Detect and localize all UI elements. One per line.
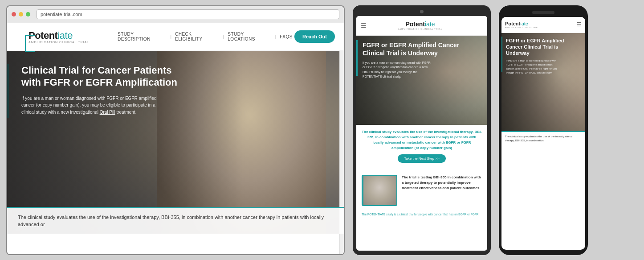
- phone-hero-description: If you are a man or woman diagnosed with…: [506, 59, 559, 75]
- phone-hero-title: FGFR or EGFR Amplified Cancer Clinical T…: [506, 37, 582, 57]
- nav-study-description[interactable]: STUDY DESCRIPTION: [116, 32, 168, 41]
- logo-iate: iate: [57, 30, 72, 41]
- tablet-logo-ent: iate: [425, 21, 435, 28]
- tablet-logo-pot: Potent: [405, 21, 425, 28]
- site-logo: Potentiate AMPLIFICATION CLINICAL TRIAL: [29, 30, 89, 44]
- tablet-hero: FGFR or EGFR Amplified Cancer Clinical T…: [356, 36, 487, 125]
- phone-logo-text: Potentiate: [505, 21, 528, 26]
- browser-content: Potentiate AMPLIFICATION CLINICAL TRIAL …: [7, 23, 344, 254]
- site-logo-wrapper: Potentiate AMPLIFICATION CLINICAL TRIAL: [16, 30, 102, 44]
- phone-bottom-bar: The clinical study evaluates the use of …: [501, 131, 585, 145]
- phone-mockup: Potentiate AMPLIFICATION CLINICAL TRIAL …: [499, 5, 588, 255]
- tablet-card-text: The trial is testing BBI-355 in combinat…: [402, 175, 482, 206]
- hero-content: Clinical Trial for Cancer Patients with …: [7, 51, 192, 234]
- desktop-browser: potentiate-trial.com Potentiate AMPLIFIC…: [6, 5, 345, 255]
- tablet-mockup: ☰ Potentiate AMPLIFICATION CLINICAL TRIA…: [353, 5, 491, 255]
- phone-bottom-text: The clinical study evaluates the use of …: [505, 135, 582, 143]
- tablet-card-image: [362, 175, 397, 206]
- tablet-screen: ☰ Potentiate AMPLIFICATION CLINICAL TRIA…: [356, 16, 487, 251]
- tablet-bottom-text: The POTENTIATE study is a clinical trial…: [356, 210, 487, 218]
- logo-text: Potentiate: [29, 30, 89, 41]
- oral-pill-link[interactable]: Oral Pill: [100, 110, 115, 115]
- tablet-hamburger-icon[interactable]: ☰: [361, 22, 367, 29]
- tablet-hero-title: FGFR or EGFR Amplified Cancer Clinical T…: [363, 41, 482, 57]
- hero-description: If you are a man or woman diagnosed with…: [18, 95, 169, 116]
- tablet-camera: [420, 10, 424, 13]
- logo-subtitle: AMPLIFICATION CLINICAL TRIAL: [29, 41, 89, 44]
- phone-notch: [532, 11, 554, 14]
- tablet-logo-text: Potentiate: [405, 21, 435, 28]
- nav-faqs[interactable]: FAQs: [278, 34, 294, 39]
- tablet-nav: ☰ Potentiate AMPLIFICATION CLINICAL TRIA…: [356, 16, 487, 36]
- tablet-cta-button[interactable]: Take the Next Step >>: [398, 154, 445, 163]
- browser-close-dot[interactable]: [12, 12, 16, 17]
- phone-hero: FGFR or EGFR Amplified Cancer Clinical T…: [501, 33, 585, 131]
- logo-bracket: [25, 35, 35, 52]
- hero-section: Clinical Trial for Cancer Patients with …: [7, 51, 344, 234]
- browser-chrome: potentiate-trial.com: [7, 6, 344, 23]
- tablet-hero-description: If you are a man or woman diagnosed with…: [363, 61, 434, 79]
- tablet-info-text: The clinical study evaluates the use of …: [362, 129, 482, 151]
- browser-maximize-dot[interactable]: [26, 12, 30, 17]
- phone-hero-content: FGFR or EGFR Amplified Cancer Clinical T…: [501, 33, 585, 131]
- nav-study-locations[interactable]: STUDY LOCATIONS: [226, 32, 273, 41]
- phone-logo-subtitle: AMPLIFICATION CLINICAL TRIAL: [505, 26, 539, 29]
- browser-url-bar[interactable]: potentiate-trial.com: [37, 9, 339, 19]
- phone-screen: Potentiate AMPLIFICATION CLINICAL TRIAL …: [501, 17, 585, 250]
- tablet-logo: Potentiate AMPLIFICATION CLINICAL TRIAL: [398, 21, 443, 30]
- tablet-logo-subtitle: AMPLIFICATION CLINICAL TRIAL: [398, 28, 443, 30]
- nav-sep-2: |: [223, 34, 224, 39]
- tablet-card: The trial is testing BBI-355 in combinat…: [356, 175, 487, 210]
- phone-logo: Potentiate AMPLIFICATION CLINICAL TRIAL: [505, 21, 539, 29]
- hero-bottom-text: The clinical study evaluates the use of …: [18, 214, 333, 228]
- nav-links: STUDY DESCRIPTION | CHECK ELIGIBILITY | …: [116, 32, 294, 41]
- browser-minimize-dot[interactable]: [19, 12, 23, 17]
- phone-nav: Potentiate AMPLIFICATION CLINICAL TRIAL …: [501, 17, 585, 33]
- nav-sep-3: |: [275, 34, 277, 39]
- phone-logo-pot: Potent: [505, 21, 520, 26]
- site-nav: Potentiate AMPLIFICATION CLINICAL TRIAL …: [7, 23, 344, 51]
- tablet-info-section: The clinical study evaluates the use of …: [356, 125, 487, 171]
- reach-out-button[interactable]: Reach Out: [294, 30, 335, 43]
- tablet-divider: [356, 171, 487, 171]
- hero-title: Clinical Trial for Cancer Patients with …: [18, 64, 182, 89]
- phone-logo-ent: iate: [520, 21, 528, 26]
- nav-check-eligibility[interactable]: CHECK ELIGIBILITY: [173, 32, 221, 41]
- nav-sep-1: |: [170, 34, 171, 39]
- phone-hamburger-icon[interactable]: ☰: [577, 21, 582, 28]
- hero-bottom-bar: The clinical study evaluates the use of …: [7, 207, 344, 234]
- tablet-hero-content: FGFR or EGFR Amplified Cancer Clinical T…: [356, 36, 487, 125]
